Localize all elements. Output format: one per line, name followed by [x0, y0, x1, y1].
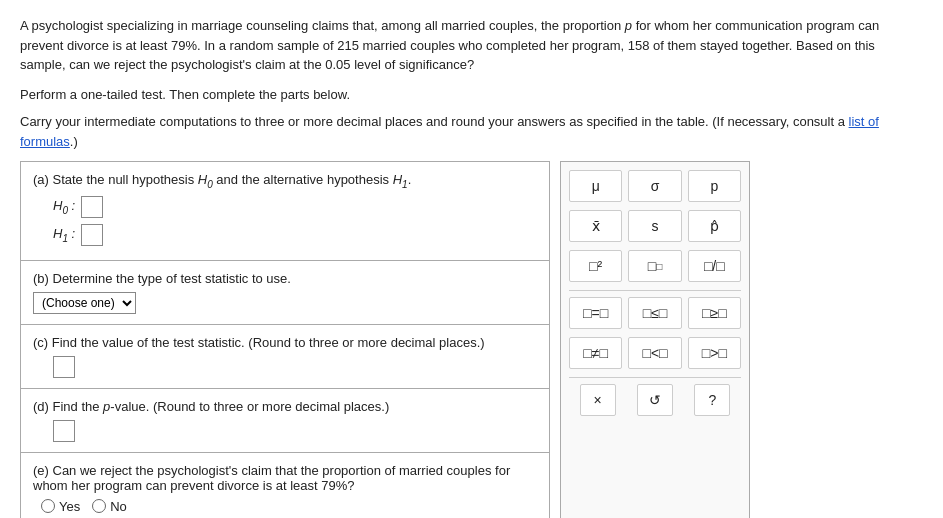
symbol-grid-row4: □=□ □≤□ □≥□: [569, 297, 741, 329]
intro-paragraph1: A psychologist specializing in marriage …: [20, 16, 900, 75]
symbol-undo[interactable]: ↺: [637, 384, 673, 416]
symbol-fraction[interactable]: □/□: [688, 250, 741, 282]
symbol-divider2: [569, 377, 741, 378]
symbol-gt[interactable]: □>□: [688, 337, 741, 369]
question-b-row: (b) Determine the type of test statistic…: [21, 261, 549, 325]
symbol-help[interactable]: ?: [694, 384, 730, 416]
symbol-grid-row2: x̄ s p̂: [569, 210, 741, 242]
test-statistic-input[interactable]: [53, 356, 75, 378]
h1-input[interactable]: [81, 224, 103, 246]
symbol-bottom-row: × ↺ ?: [569, 384, 741, 416]
symbol-subscript0[interactable]: □□: [628, 250, 681, 282]
question-b-label: (b) Determine the type of test statistic…: [33, 271, 537, 286]
yes-option[interactable]: Yes: [41, 499, 80, 514]
symbol-s[interactable]: s: [628, 210, 681, 242]
symbol-sigma[interactable]: σ: [628, 170, 681, 202]
h0-label: H0 :: [53, 198, 75, 216]
question-c-label: (c) Find the value of the test statistic…: [33, 335, 537, 350]
no-radio-circle[interactable]: [92, 499, 106, 513]
symbol-geq[interactable]: □≥□: [688, 297, 741, 329]
question-d-label: (d) Find the p-value. (Round to three or…: [33, 399, 537, 414]
symbol-equals[interactable]: □=□: [569, 297, 622, 329]
h0-line: H0 :: [53, 196, 537, 218]
symbol-squared[interactable]: □²: [569, 250, 622, 282]
h0-input[interactable]: [81, 196, 103, 218]
h1-label: H1 :: [53, 226, 75, 244]
intro-paragraph2: Perform a one-tailed test. Then complete…: [20, 85, 923, 105]
symbol-divider1: [569, 290, 741, 291]
question-a-label: (a) State the null hypothesis H0 and the…: [33, 172, 537, 190]
symbol-xbar[interactable]: x̄: [569, 210, 622, 242]
symbol-grid-row3: □² □□ □/□: [569, 250, 741, 282]
yes-label: Yes: [59, 499, 80, 514]
symbol-times[interactable]: ×: [580, 384, 616, 416]
question-e-row: (e) Can we reject the psychologist's cla…: [21, 453, 549, 518]
symbol-grid-row1: μ σ p: [569, 170, 741, 202]
formulas-link[interactable]: list of formulas: [20, 114, 879, 149]
symbol-lt[interactable]: □<□: [628, 337, 681, 369]
question-table: (a) State the null hypothesis H0 and the…: [20, 161, 550, 518]
intro-paragraph3: Carry your intermediate computations to …: [20, 112, 923, 151]
no-label: No: [110, 499, 127, 514]
symbol-grid-row5: □≠□ □<□ □>□: [569, 337, 741, 369]
pvalue-input[interactable]: [53, 420, 75, 442]
symbol-leq[interactable]: □≤□: [628, 297, 681, 329]
h1-line: H1 :: [53, 224, 537, 246]
symbol-neq[interactable]: □≠□: [569, 337, 622, 369]
yes-radio-circle[interactable]: [41, 499, 55, 513]
no-option[interactable]: No: [92, 499, 127, 514]
question-d-row: (d) Find the p-value. (Round to three or…: [21, 389, 549, 453]
symbol-mu[interactable]: μ: [569, 170, 622, 202]
symbol-panel: μ σ p x̄ s p̂ □² □□ □/□ □=□ □≤□ □≥□ □≠□ …: [560, 161, 750, 518]
test-statistic-dropdown[interactable]: (Choose one) z t Chi-square F: [33, 292, 136, 314]
question-e-label: (e) Can we reject the psychologist's cla…: [33, 463, 537, 493]
yes-no-group: Yes No: [41, 499, 537, 514]
symbol-phat[interactable]: p̂: [688, 210, 741, 242]
symbol-p[interactable]: p: [688, 170, 741, 202]
main-layout: (a) State the null hypothesis H0 and the…: [20, 161, 923, 518]
question-c-row: (c) Find the value of the test statistic…: [21, 325, 549, 389]
question-a-row: (a) State the null hypothesis H0 and the…: [21, 162, 549, 261]
